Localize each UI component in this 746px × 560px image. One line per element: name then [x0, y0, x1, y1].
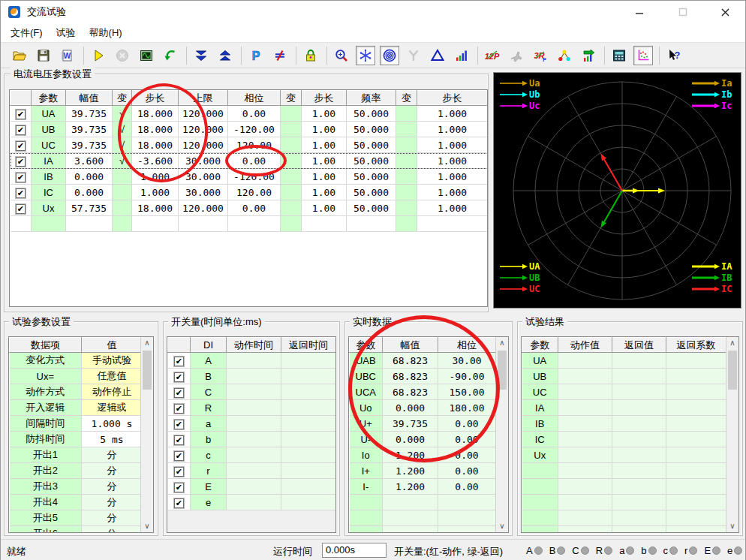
cell-amp-step[interactable]: 1.000	[132, 169, 179, 185]
cell-phase-step[interactable]: 1.00	[302, 185, 347, 200]
cell-empty[interactable]	[11, 216, 32, 232]
row-checkbox[interactable]: ✔	[16, 188, 26, 198]
cell-enable[interactable]: ✔	[11, 137, 32, 153]
cell-item-value[interactable]: 5 ms	[82, 432, 143, 447]
cell-di-enable[interactable]: ✔	[168, 369, 191, 384]
cell-freq-step[interactable]: 1.000	[417, 200, 488, 216]
row-checkbox[interactable]: ✔	[174, 498, 184, 508]
cell-empty[interactable]	[417, 216, 488, 232]
cell-amplitude[interactable]: 39.735	[66, 122, 113, 137]
cell-phase[interactable]: 120.00	[228, 137, 281, 153]
cell-return-ratio[interactable]	[666, 432, 726, 447]
phase-button[interactable]: P	[246, 46, 266, 65]
cell-return-ratio[interactable]	[666, 495, 726, 510]
cell-phase-vary[interactable]	[281, 153, 302, 169]
cell-action-time[interactable]	[227, 447, 281, 463]
cell-rt-amplitude[interactable]	[383, 495, 438, 510]
cell-item-name[interactable]: 开出2	[10, 463, 82, 479]
row-checkbox[interactable]: ✔	[174, 451, 184, 461]
cell-rt-phase[interactable]	[438, 495, 496, 510]
cell-phase-step[interactable]: 1.00	[302, 106, 347, 122]
cell-param[interactable]: Ux	[32, 200, 66, 216]
cell-item-value[interactable]: 分	[82, 510, 143, 526]
cell-empty[interactable]	[132, 216, 179, 232]
cell-rt-param[interactable]: U-	[350, 432, 383, 447]
cell-phase[interactable]: 0.00	[228, 106, 281, 122]
cell-return-value[interactable]	[612, 463, 666, 479]
cell-amplitude[interactable]: 0.000	[66, 169, 113, 185]
row-checkbox[interactable]: ✔	[16, 173, 26, 182]
cell-item-name[interactable]: 动作方式	[10, 384, 82, 400]
cell-phase-vary[interactable]	[281, 106, 302, 122]
wye-button[interactable]	[404, 46, 423, 65]
cell-frequency[interactable]: 50.000	[347, 169, 396, 185]
cell-rt-amplitude[interactable]	[383, 510, 438, 526]
cell-di-name[interactable]: E	[191, 479, 227, 495]
row-checkbox[interactable]: ✔	[174, 357, 184, 366]
cell-param[interactable]: UA	[32, 106, 66, 122]
cell-rt-param[interactable]: I+	[350, 463, 383, 479]
cell-return-time[interactable]	[281, 353, 336, 369]
cell-upper-limit[interactable]: 30.000	[179, 169, 228, 185]
cell-empty[interactable]	[228, 216, 281, 232]
cell-return-value[interactable]	[612, 400, 666, 416]
scroll-thumb[interactable]	[728, 351, 737, 390]
jet-button[interactable]	[507, 46, 526, 65]
cell-res-param[interactable]	[522, 510, 558, 526]
cell-upper-limit[interactable]: 120.000	[179, 137, 228, 153]
cell-rt-param[interactable]	[350, 510, 383, 526]
cell-rt-phase[interactable]: 0.00	[438, 479, 496, 495]
calculator-button[interactable]	[609, 46, 629, 65]
cell-amplitude[interactable]: 3.600	[66, 153, 113, 169]
cell-action-value[interactable]	[558, 400, 612, 416]
cell-rt-phase[interactable]: 0.00	[438, 463, 496, 479]
cell-return-time[interactable]	[281, 463, 336, 479]
cell-di-enable[interactable]: ✔	[168, 432, 191, 447]
cell-param[interactable]: IA	[32, 153, 66, 169]
cell-action-time[interactable]	[227, 463, 281, 479]
cell-rt-amplitude[interactable]: 1.200	[383, 463, 438, 479]
cell-amplitude[interactable]: 39.735	[66, 137, 113, 153]
cell-res-param[interactable]	[522, 463, 558, 479]
cell-di-name[interactable]: a	[191, 416, 227, 432]
cell-amplitude[interactable]: 57.735	[66, 200, 113, 216]
cell-di-name[interactable]: e	[191, 495, 227, 510]
cell-empty[interactable]	[396, 216, 417, 232]
cell-res-param[interactable]: Ux	[522, 447, 558, 463]
cell-upper-limit[interactable]: 120.000	[179, 122, 228, 137]
cell-amp-vary[interactable]: √	[113, 153, 132, 169]
zoom-button[interactable]	[332, 46, 351, 65]
cell-return-ratio[interactable]	[666, 384, 726, 400]
cell-action-value[interactable]	[558, 526, 612, 534]
cell-action-time[interactable]	[227, 369, 281, 384]
cell-item-name[interactable]: 开出1	[10, 447, 82, 463]
vertical-scrollbar[interactable]: ∧∨	[726, 337, 738, 532]
cell-item-value[interactable]: 动作停止	[82, 384, 143, 400]
cell-freq-step[interactable]: 1.000	[417, 185, 488, 200]
cell-empty[interactable]	[113, 216, 132, 232]
cell-res-param[interactable]	[522, 495, 558, 510]
cell-freq-vary[interactable]	[396, 169, 417, 185]
vertical-scrollbar[interactable]: ∧∨	[140, 337, 153, 532]
cell-rt-param[interactable]: UAB	[350, 353, 383, 369]
row-checkbox[interactable]: ✔	[16, 125, 26, 135]
delta-button[interactable]	[428, 46, 447, 65]
cell-di-enable[interactable]: ✔	[168, 384, 191, 400]
row-checkbox[interactable]: ✔	[174, 372, 184, 382]
cell-empty[interactable]	[66, 216, 113, 232]
cell-upper-limit[interactable]: 30.000	[179, 185, 228, 200]
cell-empty[interactable]	[32, 216, 66, 232]
cell-rt-phase[interactable]: -90.00	[438, 369, 496, 384]
scroll-up-arrow[interactable]: ∧	[496, 337, 508, 349]
save-button[interactable]	[34, 46, 53, 65]
row-checkbox[interactable]: ✔	[174, 467, 184, 477]
cell-empty[interactable]	[302, 216, 347, 232]
cell-res-param[interactable]: UA	[522, 353, 558, 369]
cell-item-value[interactable]: 分	[82, 447, 143, 463]
cell-return-ratio[interactable]	[666, 447, 726, 463]
cell-rt-phase[interactable]: 150.00	[438, 384, 496, 400]
scroll-up-arrow[interactable]: ∧	[141, 337, 153, 349]
cell-upper-limit[interactable]: 30.000	[179, 153, 228, 169]
cell-di-enable[interactable]: ✔	[168, 479, 191, 495]
cell-item-value[interactable]: 手动试验	[82, 353, 143, 369]
